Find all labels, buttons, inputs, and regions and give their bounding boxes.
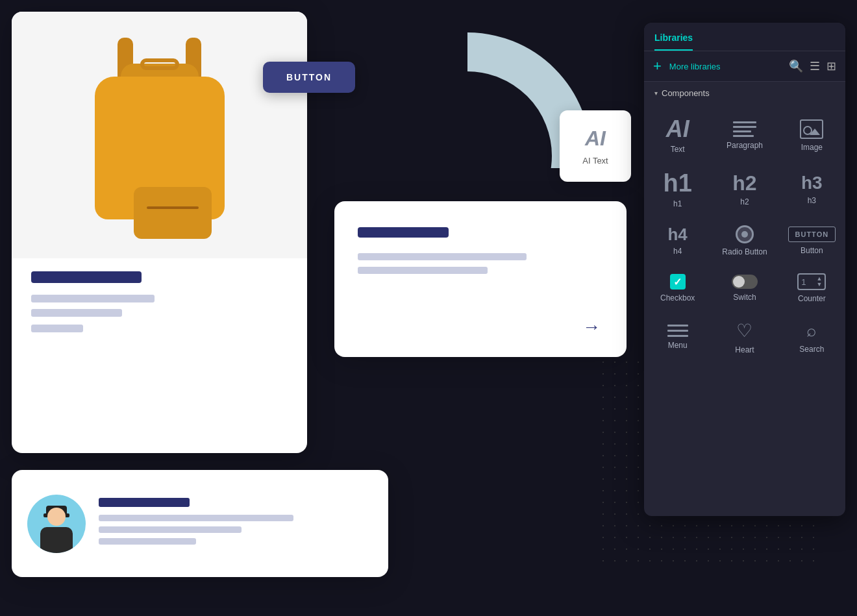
content-text-line-2 (358, 267, 488, 274)
component-switch[interactable]: Switch (711, 263, 778, 310)
h4-icon: h4 (667, 226, 687, 243)
chevron-down-icon: ▾ (654, 90, 658, 97)
arrow-right-icon: → (582, 317, 601, 338)
profile-card (12, 470, 388, 577)
backpack-pocket (134, 187, 212, 239)
heart-icon: ♡ (736, 320, 752, 341)
libraries-tab[interactable]: Libraries (654, 32, 693, 51)
paragraph-icon (733, 121, 756, 137)
counter-icon: 1 ▲ ▼ (797, 273, 826, 290)
product-line-1 (31, 295, 155, 302)
h3-label: h3 (808, 196, 816, 205)
component-h1[interactable]: h1 h1 (644, 160, 711, 215)
image-icon (800, 119, 823, 139)
h2-label: h2 (740, 197, 749, 206)
ai-text-label: AI Text (582, 156, 608, 166)
toolbar-icons: 🔍 ☰ ⊞ (789, 59, 836, 73)
content-text-line-1 (358, 253, 527, 260)
backpack-handle (140, 58, 179, 70)
product-line-2 (31, 309, 122, 317)
component-paragraph[interactable]: Paragraph (711, 107, 778, 160)
counter-label: Counter (798, 294, 826, 303)
component-radio-button[interactable]: Radio Button (711, 215, 778, 263)
component-menu[interactable]: Menu (644, 310, 711, 361)
component-search[interactable]: ⌕ Search (778, 310, 845, 361)
h3-icon: h3 (801, 174, 823, 192)
profile-name-bar (99, 498, 190, 507)
avatar-person (37, 504, 76, 553)
add-library-button[interactable]: + (653, 58, 662, 75)
component-h2[interactable]: h2 h2 (711, 160, 778, 215)
search-label: Search (799, 345, 824, 354)
radio-button-icon (736, 225, 754, 243)
text-label: Text (671, 145, 685, 154)
backpack-illustration (82, 38, 238, 232)
profile-line-1 (99, 515, 293, 521)
panel-header: Libraries (644, 23, 845, 51)
profile-line-3 (99, 538, 196, 545)
switch-icon (732, 275, 758, 289)
profile-line-2 (99, 526, 242, 533)
components-section-title: ▾ Components (644, 82, 845, 105)
checkbox-label: Checkbox (660, 293, 695, 302)
ai-text-card: AI AI Text (560, 110, 631, 182)
avatar (27, 495, 86, 553)
heart-label: Heart (735, 345, 754, 354)
grid-view-icon[interactable]: ⊞ (826, 59, 836, 73)
switch-label: Switch (733, 293, 756, 302)
content-card: → (334, 201, 627, 357)
list-view-icon[interactable]: ☰ (810, 59, 820, 73)
search-toolbar-icon[interactable]: 🔍 (789, 59, 803, 73)
profile-info (99, 498, 373, 550)
h4-label: h4 (673, 247, 682, 256)
checkbox-icon: ✓ (670, 274, 686, 290)
h2-icon: h2 (732, 173, 756, 193)
component-h3[interactable]: h3 h3 (778, 160, 845, 215)
components-grid: AI Text Paragraph Image (644, 105, 845, 363)
search-component-icon: ⌕ (806, 321, 817, 341)
backpack-body (95, 77, 225, 219)
component-button[interactable]: BUTTON Button (778, 215, 845, 263)
component-counter[interactable]: 1 ▲ ▼ Counter (778, 263, 845, 310)
ai-text-icon: AI (585, 127, 606, 151)
component-checkbox[interactable]: ✓ Checkbox (644, 263, 711, 310)
more-libraries-link[interactable]: More libraries (669, 62, 784, 71)
backpack-zipper (147, 206, 199, 209)
h1-label: h1 (673, 199, 682, 208)
image-label: Image (801, 143, 823, 152)
paragraph-label: Paragraph (727, 141, 763, 150)
component-image[interactable]: Image (778, 107, 845, 160)
button-label: Button (801, 246, 823, 255)
radio-button-label: Radio Button (722, 247, 767, 256)
product-info (12, 258, 307, 352)
button-label-float: BUTTON (263, 62, 355, 93)
h1-icon: h1 (663, 171, 691, 195)
components-label: Components (662, 88, 710, 98)
content-title-line (358, 227, 449, 238)
menu-label: Menu (668, 341, 688, 350)
menu-icon (667, 325, 688, 337)
panel-toolbar: + More libraries 🔍 ☰ ⊞ (644, 51, 845, 82)
avatar-body (40, 527, 73, 553)
button-icon: BUTTON (788, 227, 836, 242)
component-h4[interactable]: h4 h4 (644, 215, 711, 263)
component-text[interactable]: AI Text (644, 107, 711, 160)
component-heart[interactable]: ♡ Heart (711, 310, 778, 361)
text-icon: AI (666, 117, 689, 141)
libraries-panel: Libraries + More libraries 🔍 ☰ ⊞ ▾ Compo… (644, 23, 845, 516)
product-image (12, 12, 307, 258)
product-title-bar (31, 271, 142, 283)
product-line-3 (31, 325, 83, 332)
avatar-head (47, 508, 66, 526)
